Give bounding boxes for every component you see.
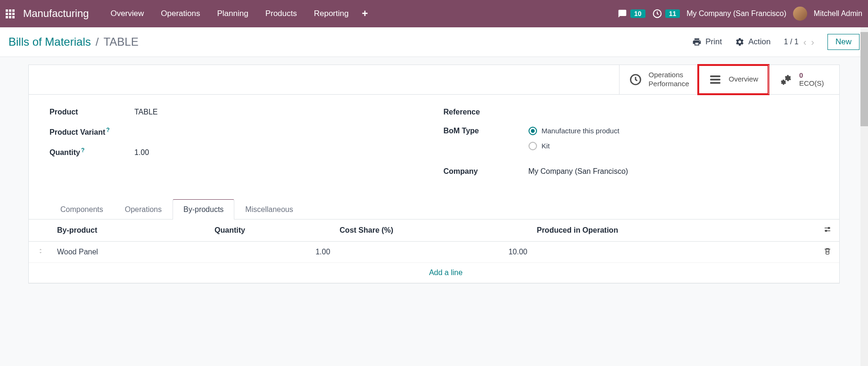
stat-overview-label: Overview bbox=[728, 75, 758, 84]
apps-icon[interactable] bbox=[6, 9, 15, 18]
form-sheet: Operations Performance Overview 0 ECO(S) bbox=[28, 65, 840, 284]
stat-ecos[interactable]: 0 ECO(S) bbox=[769, 65, 839, 94]
stat-ecos-count: 0 bbox=[799, 71, 824, 79]
breadcrumb-separator: / bbox=[96, 35, 99, 49]
vertical-scrollbar[interactable] bbox=[860, 27, 868, 302]
plus-icon[interactable]: + bbox=[362, 0, 368, 27]
cell-byproduct[interactable]: Wood Panel bbox=[52, 241, 210, 262]
breadcrumb-parent[interactable]: Bills of Materials bbox=[8, 35, 91, 49]
cell-qty[interactable]: 1.00 bbox=[210, 241, 335, 262]
activities-count: 11 bbox=[665, 9, 680, 18]
clock-icon bbox=[629, 73, 642, 86]
stat-ops-l2: Performance bbox=[649, 80, 689, 89]
svg-point-6 bbox=[828, 227, 830, 228]
tab-operations[interactable]: Operations bbox=[114, 199, 173, 220]
gear-icon bbox=[735, 37, 744, 47]
list-icon bbox=[709, 73, 722, 86]
quantity-label: Quantity? bbox=[50, 147, 134, 157]
svg-point-8 bbox=[826, 230, 827, 231]
activities-button[interactable]: 11 bbox=[652, 8, 680, 19]
trash-icon[interactable] bbox=[824, 247, 831, 255]
nav-products[interactable]: Products bbox=[257, 0, 306, 27]
avatar[interactable] bbox=[793, 7, 807, 21]
new-button[interactable]: New bbox=[827, 34, 860, 50]
messages-button[interactable]: 10 bbox=[617, 9, 645, 18]
tab-components[interactable]: Components bbox=[50, 199, 114, 220]
action-button[interactable]: Action bbox=[735, 37, 770, 47]
stat-button-row: Operations Performance Overview 0 ECO(S) bbox=[29, 65, 839, 95]
th-quantity[interactable]: Quantity bbox=[210, 220, 335, 242]
print-icon bbox=[692, 37, 702, 47]
columns-settings-icon[interactable] bbox=[823, 225, 832, 234]
control-panel: Bills of Materials / TABLE Print Action … bbox=[0, 27, 868, 57]
table-row[interactable]: Wood Panel 1.00 10.00 bbox=[29, 241, 839, 262]
table-header-row: By-product Quantity Cost Share (%) Produ… bbox=[29, 220, 839, 242]
help-icon[interactable]: ? bbox=[106, 127, 109, 133]
add-line-link[interactable]: Add a line bbox=[429, 268, 463, 277]
breadcrumb-current: TABLE bbox=[103, 35, 138, 49]
pager-next-icon[interactable]: › bbox=[811, 37, 814, 48]
bom-opt1-label: Manufacture this product bbox=[542, 127, 620, 135]
product-value[interactable]: TABLE bbox=[134, 108, 158, 116]
stat-ecos-label: ECO(S) bbox=[799, 79, 824, 88]
print-button[interactable]: Print bbox=[692, 37, 722, 47]
chat-icon bbox=[617, 9, 628, 18]
main-content: Operations Performance Overview 0 ECO(S) bbox=[0, 57, 868, 302]
cell-op[interactable] bbox=[532, 241, 816, 262]
product-label: Product bbox=[50, 108, 134, 116]
bom-opt2-label: Kit bbox=[542, 142, 550, 150]
reference-label: Reference bbox=[444, 108, 529, 116]
stat-operations-performance[interactable]: Operations Performance bbox=[619, 65, 699, 94]
nav-planning[interactable]: Planning bbox=[208, 0, 256, 27]
notebook-tabs: Components Operations By-products Miscel… bbox=[29, 199, 839, 220]
action-label: Action bbox=[748, 37, 770, 47]
th-cost-share[interactable]: Cost Share (%) bbox=[335, 220, 532, 242]
radio-checked-icon bbox=[529, 127, 537, 135]
nav-operations[interactable]: Operations bbox=[152, 0, 208, 27]
tab-by-products[interactable]: By-products bbox=[173, 199, 234, 220]
form-body: Product TABLE Product Variant? Quantity?… bbox=[29, 95, 839, 186]
gears-icon bbox=[778, 73, 793, 87]
print-label: Print bbox=[705, 37, 722, 47]
pager: 1 / 1 ‹ › bbox=[784, 37, 814, 48]
scroll-thumb[interactable] bbox=[860, 32, 868, 126]
company-selector[interactable]: My Company (San Francisco) bbox=[686, 9, 786, 18]
help-icon[interactable]: ? bbox=[81, 147, 84, 154]
bom-type-kit[interactable]: Kit bbox=[529, 142, 620, 150]
user-menu[interactable]: Mitchell Admin bbox=[814, 9, 862, 18]
bom-type-manufacture[interactable]: Manufacture this product bbox=[529, 127, 620, 135]
cell-cost[interactable]: 10.00 bbox=[335, 241, 532, 262]
th-byproduct[interactable]: By-product bbox=[52, 220, 210, 242]
byproducts-table: By-product Quantity Cost Share (%) Produ… bbox=[29, 220, 839, 283]
th-produced-in[interactable]: Produced in Operation bbox=[532, 220, 816, 242]
top-navbar: Manufacturing Overview Operations Planni… bbox=[0, 0, 868, 27]
quantity-value[interactable]: 1.00 bbox=[134, 148, 149, 157]
clock-icon bbox=[652, 8, 662, 19]
nav-overview[interactable]: Overview bbox=[102, 0, 152, 27]
add-line-row[interactable]: Add a line bbox=[29, 262, 839, 283]
drag-handle-icon[interactable] bbox=[37, 248, 44, 254]
variant-label: Product Variant? bbox=[50, 127, 134, 137]
tab-miscellaneous[interactable]: Miscellaneous bbox=[234, 199, 304, 220]
nav-reporting[interactable]: Reporting bbox=[306, 0, 357, 27]
company-value[interactable]: My Company (San Francisco) bbox=[529, 167, 628, 176]
pager-prev-icon[interactable]: ‹ bbox=[803, 37, 807, 48]
messages-count: 10 bbox=[630, 9, 645, 18]
bom-type-label: BoM Type bbox=[444, 127, 529, 135]
company-label: Company bbox=[444, 167, 529, 176]
nav-right: 10 11 My Company (San Francisco) Mitchel… bbox=[617, 7, 862, 21]
radio-unchecked-icon bbox=[529, 142, 537, 150]
pager-value[interactable]: 1 / 1 bbox=[784, 38, 799, 46]
nav-links: Overview Operations Planning Products Re… bbox=[102, 0, 357, 27]
stat-overview[interactable]: Overview bbox=[697, 64, 769, 95]
stat-ops-l1: Operations bbox=[649, 71, 689, 80]
brand-title[interactable]: Manufacturing bbox=[23, 8, 89, 20]
